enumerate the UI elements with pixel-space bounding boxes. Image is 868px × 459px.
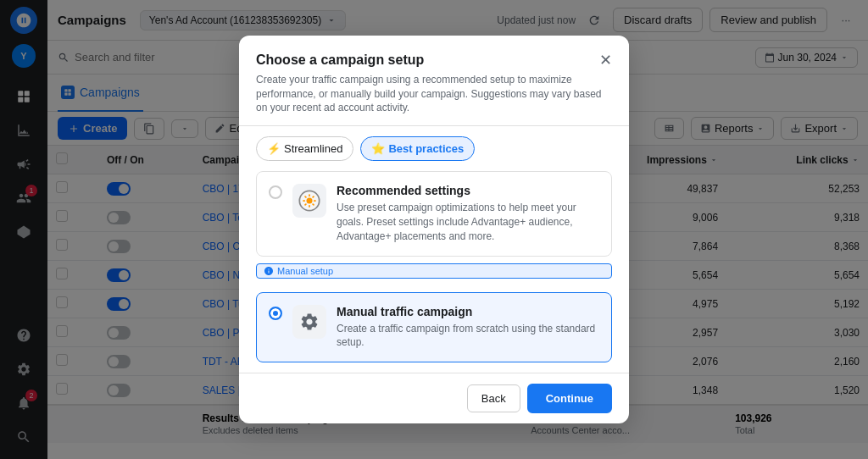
modal-tabs: ⚡ Streamlined ⭐ Best practices: [239, 126, 629, 171]
streamlined-label: Streamlined: [284, 142, 342, 155]
manual-text: Manual traffic campaign Create a traffic…: [337, 305, 599, 351]
modal-options: Recommended settings Use preset campaign…: [239, 171, 629, 373]
manual-icon: [292, 305, 326, 339]
best-practices-icon: ⭐: [371, 142, 385, 155]
svg-point-10: [307, 198, 313, 204]
modal-footer: Back Continue: [239, 373, 629, 423]
modal-tab-streamlined[interactable]: ⚡ Streamlined: [256, 136, 353, 161]
modal-title: Choose a campaign setup: [256, 53, 612, 68]
best-practices-label: Best practices: [388, 142, 464, 155]
recommended-icon: [292, 184, 326, 218]
manual-setup-badge: Manual setup: [256, 263, 612, 279]
campaign-setup-modal: ✕ Choose a campaign setup Create your tr…: [239, 36, 629, 423]
back-button[interactable]: Back: [467, 384, 520, 412]
streamlined-icon: ⚡: [267, 142, 281, 155]
recommended-settings-option[interactable]: Recommended settings Use preset campaign…: [256, 171, 612, 256]
manual-traffic-option[interactable]: Manual traffic campaign Create a traffic…: [256, 292, 612, 363]
manual-radio[interactable]: [269, 307, 282, 320]
modal-tab-best-practices[interactable]: ⭐ Best practices: [360, 136, 475, 161]
modal-close-button[interactable]: ✕: [599, 51, 612, 69]
recommended-text: Recommended settings Use preset campaign…: [337, 184, 599, 243]
continue-button[interactable]: Continue: [527, 384, 612, 413]
modal-header: ✕ Choose a campaign setup Create your tr…: [239, 36, 629, 125]
modal-subtitle: Create your traffic campaign using a rec…: [256, 73, 612, 115]
modal-overlay: ✕ Choose a campaign setup Create your tr…: [0, 0, 868, 459]
recommended-radio[interactable]: [269, 185, 282, 199]
